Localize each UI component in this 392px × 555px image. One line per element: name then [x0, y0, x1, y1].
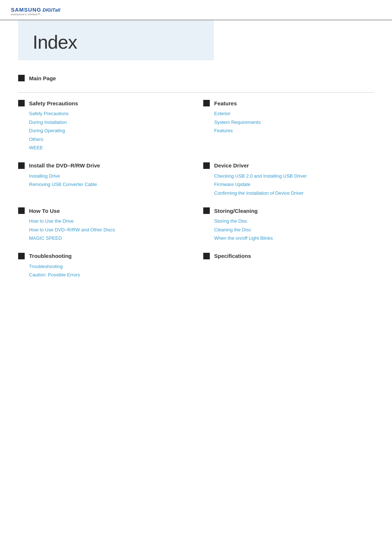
section-icon-driver — [203, 162, 210, 169]
section-links-howto: How to Use the Drive How to Use DVD–R/RW… — [18, 218, 189, 242]
section-device-driver: Device Driver Checking USB 2.0 and Insta… — [203, 162, 374, 197]
link-troubleshooting[interactable]: Troubleshooting — [29, 263, 189, 270]
section-icon-howto — [18, 207, 25, 214]
section-header-storing: Storing/Cleaning — [203, 207, 374, 214]
link-features[interactable]: Features — [214, 127, 374, 134]
link-installing-drive[interactable]: Installing Drive — [29, 173, 189, 180]
section-label-safety: Safety Precautions — [29, 100, 78, 106]
page-title: Index — [33, 31, 199, 53]
section-header-features: Features — [203, 100, 374, 106]
section-header-safety: Safety Precautions — [18, 100, 189, 106]
main-page-section: Main Page — [18, 71, 374, 89]
logo-container: SAMSUNG DIGITall everyone's invited™ — [11, 7, 381, 16]
section-links-troubleshooting: Troubleshooting Caution: Possible Errors — [18, 263, 189, 279]
section-header-troubleshooting: Troubleshooting — [18, 253, 189, 259]
logo-brand: SAMSUNG DIGITall — [11, 7, 381, 13]
link-how-use-drive[interactable]: How to Use the Drive — [29, 218, 189, 225]
section-install-dvd: Install the DVD–R/RW Drive Installing Dr… — [18, 162, 189, 197]
link-confirming-installation[interactable]: Confirming the Installation of Device Dr… — [214, 190, 374, 197]
page-header: SAMSUNG DIGITall everyone's invited™ — [0, 0, 392, 20]
logo-digitall-text: DIGITall — [42, 7, 60, 13]
link-others[interactable]: Others — [29, 136, 189, 143]
section-links-features: Exterior System Requirements Features — [203, 110, 374, 134]
section-label-features: Features — [214, 100, 237, 106]
main-page-label: Main Page — [29, 75, 56, 81]
section-label-install: Install the DVD–R/RW Drive — [29, 162, 100, 169]
section-icon-install — [18, 162, 25, 169]
section-icon-troubleshooting — [18, 253, 25, 259]
section-specifications: Specifications — [203, 253, 374, 279]
link-removing-usb[interactable]: Removing USB Converter Cable — [29, 181, 189, 188]
section-header-install: Install the DVD–R/RW Drive — [18, 162, 189, 169]
section-troubleshooting: Troubleshooting Troubleshooting Caution:… — [18, 253, 189, 279]
link-light-blinks[interactable]: When the on/off Light Blinks — [214, 235, 374, 242]
section-icon-specs — [203, 253, 210, 259]
section-label-troubleshooting: Troubleshooting — [29, 253, 72, 259]
section-icon-features — [203, 100, 210, 106]
main-content: Index Main Page Safety Precautions Safet… — [0, 20, 392, 308]
page-title-section: Index — [18, 20, 214, 60]
logo-samsung-text: SAMSUNG — [11, 7, 41, 13]
link-safety-precautions[interactable]: Safety Precautions — [29, 110, 189, 117]
section-header-howto: How To Use — [18, 207, 189, 214]
link-during-installation[interactable]: During Installation — [29, 119, 189, 126]
link-firmware-update[interactable]: Firmware Update — [214, 181, 374, 188]
link-during-operating[interactable]: During Operating — [29, 127, 189, 134]
link-caution-errors[interactable]: Caution: Possible Errors — [29, 271, 189, 279]
section-links-install: Installing Drive Removing USB Converter … — [18, 173, 189, 188]
link-exterior[interactable]: Exterior — [214, 110, 374, 117]
link-system-requirements[interactable]: System Requirements — [214, 119, 374, 126]
section-storing-cleaning: Storing/Cleaning Storing the Disc Cleani… — [203, 207, 374, 242]
section-links-storing: Storing the Disc Cleaning the Disc When … — [203, 218, 374, 242]
section-safety-precautions: Safety Precautions Safety Precautions Du… — [18, 100, 189, 151]
link-weee[interactable]: WEEE — [29, 144, 189, 151]
section-icon-safety — [18, 100, 25, 106]
section-header-specs: Specifications — [203, 253, 374, 259]
link-magic-speed[interactable]: MAGIC SPEED — [29, 235, 189, 242]
section-icon-storing — [203, 207, 210, 214]
section-links-driver: Checking USB 2.0 and Installing USB Driv… — [203, 173, 374, 197]
logo-tagline-text: everyone's invited™ — [11, 13, 381, 16]
main-page-icon — [18, 75, 25, 81]
sections-grid: Safety Precautions Safety Precautions Du… — [18, 100, 374, 289]
section-links-safety: Safety Precautions During Installation D… — [18, 110, 189, 151]
link-how-use-dvd[interactable]: How to Use DVD–R/RW and Other Discs — [29, 226, 189, 234]
section-how-to-use: How To Use How to Use the Drive How to U… — [18, 207, 189, 242]
section-label-storing: Storing/Cleaning — [214, 208, 258, 214]
section-label-driver: Device Driver — [214, 162, 249, 169]
divider — [18, 92, 374, 93]
section-label-howto: How To Use — [29, 208, 60, 214]
link-checking-usb[interactable]: Checking USB 2.0 and Installing USB Driv… — [214, 173, 374, 180]
section-features: Features Exterior System Requirements Fe… — [203, 100, 374, 151]
section-label-specs: Specifications — [214, 253, 251, 259]
section-header-driver: Device Driver — [203, 162, 374, 169]
link-cleaning-disc[interactable]: Cleaning the Disc — [214, 226, 374, 234]
link-storing-disc[interactable]: Storing the Disc — [214, 218, 374, 225]
